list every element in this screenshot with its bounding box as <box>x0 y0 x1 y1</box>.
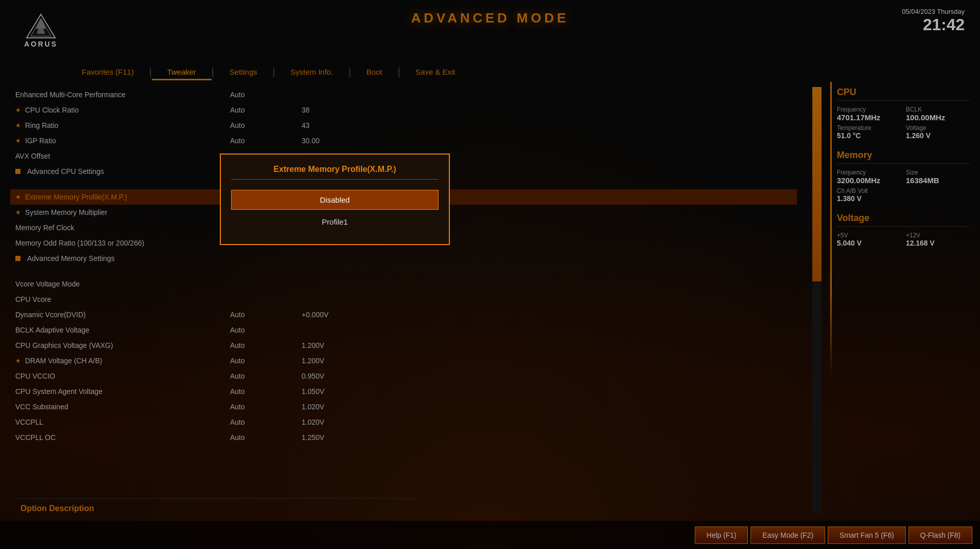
xmp-popup: Extreme Memory Profile(X.M.P.) Disabled … <box>220 153 450 245</box>
popup-overlay: Extreme Memory Profile(X.M.P.) Disabled … <box>0 0 980 549</box>
popup-option-disabled[interactable]: Disabled <box>231 190 439 210</box>
popup-option-profile1[interactable]: Profile1 <box>231 212 439 231</box>
popup-title: Extreme Memory Profile(X.M.P.) <box>231 165 439 180</box>
